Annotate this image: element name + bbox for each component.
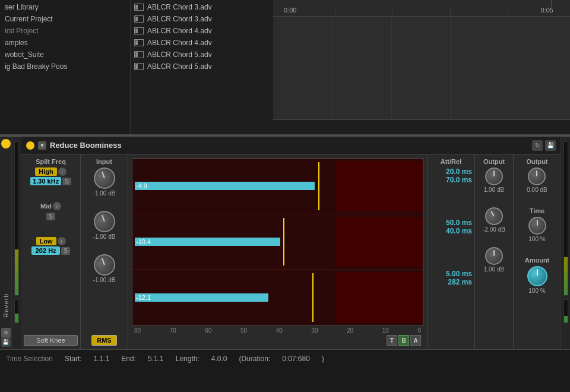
low-solo-button[interactable]: S bbox=[61, 247, 70, 255]
right-vu-meter-2 bbox=[563, 299, 568, 323]
high-att-value: 20.0 ms bbox=[430, 167, 472, 176]
mode-a-button[interactable]: A bbox=[410, 335, 421, 346]
sidebar-item-wobot-suite[interactable]: wobot_Suite bbox=[0, 49, 130, 61]
att-rel-label: Att/Rel bbox=[430, 158, 472, 165]
scale-30: 30 bbox=[311, 327, 318, 334]
split-freq-label: Split Freq bbox=[36, 158, 66, 165]
time-value: 100 % bbox=[528, 236, 545, 242]
comp-band-high: -4.9 bbox=[132, 159, 423, 214]
plugin-header: ▼ Reduce Boominess ↻ 💾 bbox=[21, 137, 560, 154]
amount-knob[interactable] bbox=[527, 266, 547, 286]
plugin-expand-button[interactable]: ▼ bbox=[38, 141, 46, 150]
mid-rel-value: 40.0 ms bbox=[430, 227, 472, 235]
save-icon[interactable]: 💾 bbox=[1, 337, 11, 347]
main-output-db: 0.00 dB bbox=[527, 186, 547, 193]
file-item[interactable]: ABLCR Chord 4.adv bbox=[131, 37, 273, 49]
sidebar-item-current-project[interactable]: Current Project bbox=[0, 13, 130, 25]
time-label: Time bbox=[530, 207, 544, 214]
time-selection-label: Time Selection bbox=[6, 355, 53, 363]
mid-input-knob[interactable] bbox=[90, 208, 118, 235]
length-label: Length: bbox=[176, 355, 200, 363]
main-output-knob[interactable] bbox=[528, 167, 546, 185]
low-output-knob[interactable] bbox=[485, 247, 503, 265]
left-vu-meter-1 bbox=[14, 141, 19, 296]
low-info-button[interactable]: i bbox=[58, 237, 66, 245]
plugin-save-button[interactable]: 💾 bbox=[545, 140, 556, 151]
file-icon bbox=[134, 63, 144, 70]
file-icon bbox=[134, 39, 144, 46]
time-knob[interactable] bbox=[528, 217, 546, 235]
compressor-display: -4.9 -10.4 -12.1 bbox=[132, 158, 423, 326]
mode-t-button[interactable]: T bbox=[387, 335, 397, 346]
low-rel-value: 282 ms bbox=[430, 278, 472, 286]
scale-50: 50 bbox=[240, 327, 247, 334]
output-label-2: Output bbox=[526, 158, 547, 165]
high-band-label[interactable]: High bbox=[35, 167, 56, 176]
right-vu-meter-1 bbox=[563, 141, 568, 296]
file-item[interactable]: ABLCR Chord 3.adv bbox=[131, 1, 273, 13]
mid-band: Mid i S bbox=[24, 202, 78, 220]
mid-solo-button[interactable]: S bbox=[46, 213, 55, 220]
output-label-1: Output bbox=[483, 158, 505, 165]
mid-output-knob[interactable] bbox=[482, 204, 506, 229]
soft-knee-button[interactable]: Soft Knee bbox=[24, 335, 78, 346]
file-item[interactable]: ABLCR Chord 3.adv bbox=[131, 13, 273, 25]
amount-label: Amount bbox=[525, 257, 550, 264]
high-comp-bar bbox=[135, 182, 315, 190]
mid-comp-bar bbox=[135, 238, 280, 246]
settings-icon[interactable]: ⚙ bbox=[1, 328, 11, 337]
low-input-knob[interactable] bbox=[90, 251, 118, 279]
mid-output-db: -2.00 dB bbox=[483, 226, 505, 233]
file-icon bbox=[134, 51, 144, 58]
low-freq-value[interactable]: 202 Hz bbox=[31, 246, 60, 255]
plugin-activate-button[interactable] bbox=[1, 139, 11, 148]
end-label: End: bbox=[121, 355, 136, 363]
comp-band-low: -12.1 bbox=[132, 270, 423, 325]
file-name: ABLCR Chord 5.adv bbox=[147, 62, 212, 71]
file-item[interactable]: ABLCR Chord 5.adv bbox=[131, 61, 273, 72]
low-marker bbox=[312, 273, 314, 322]
scale-0: 0 bbox=[417, 327, 421, 334]
length-value: 4.0.0 bbox=[211, 355, 227, 363]
att-rel-section: Att/Rel 20.0 ms 70.0 ms 50.0 ms 40.0 ms … bbox=[427, 154, 474, 349]
sidebar-item-big-bad[interactable]: ig Bad Breaky Poos bbox=[0, 61, 130, 72]
sidebar-item-user-library[interactable]: ser Library bbox=[0, 1, 130, 13]
left-vu-meter-2 bbox=[14, 299, 19, 323]
mode-b-button[interactable]: B bbox=[398, 335, 409, 346]
mid-band-label: Mid bbox=[40, 203, 52, 210]
high-info-button[interactable]: i bbox=[58, 167, 66, 176]
file-name: ABLCR Chord 3.adv bbox=[147, 15, 212, 23]
compressor-display-wrapper: -4.9 -10.4 -12.1 bbox=[128, 154, 427, 349]
low-band-label[interactable]: Low bbox=[36, 237, 56, 245]
high-att-rel: 20.0 ms 70.0 ms bbox=[430, 167, 472, 184]
file-item[interactable]: ABLCR Chord 5.adv bbox=[131, 49, 273, 61]
scale-20: 20 bbox=[347, 327, 353, 334]
output-section-2: Output 0.00 dB Time 100 % Amount 100 % bbox=[513, 154, 560, 349]
plugin-power-button[interactable] bbox=[26, 141, 34, 150]
sidebar-item-samples[interactable]: amples bbox=[0, 37, 130, 49]
amount-value: 100 % bbox=[528, 287, 545, 294]
plugin-refresh-button[interactable]: ↻ bbox=[532, 140, 543, 151]
scale-70: 70 bbox=[170, 327, 176, 334]
status-bar: Time Selection Start: 1.1.1 End: 5.1.1 L… bbox=[0, 349, 570, 367]
high-marker bbox=[318, 162, 319, 210]
high-input-knob[interactable] bbox=[90, 165, 118, 192]
mid-comp-value: -10.4 bbox=[136, 238, 151, 245]
input-label: Input bbox=[96, 158, 112, 165]
high-solo-button[interactable]: S bbox=[62, 178, 71, 185]
start-label: Start: bbox=[65, 355, 82, 363]
file-icon bbox=[134, 4, 144, 11]
x-scale: 80 70 60 50 40 30 20 10 0 bbox=[132, 326, 423, 334]
high-output-knob[interactable] bbox=[485, 167, 503, 185]
file-icon bbox=[134, 27, 144, 34]
high-freq-value[interactable]: 1.30 kHz bbox=[30, 177, 61, 185]
file-item[interactable]: ABLCR Chord 4.adv bbox=[131, 25, 273, 37]
mid-info-button[interactable]: i bbox=[53, 202, 61, 210]
rms-button[interactable]: RMS bbox=[91, 335, 116, 346]
low-band: Low i 202 Hz S bbox=[24, 237, 78, 255]
duration-value: 0:07:680 bbox=[282, 355, 310, 363]
reverb-label: Reverb bbox=[2, 287, 10, 323]
scale-10: 10 bbox=[382, 327, 389, 334]
low-output-db: 1.00 dB bbox=[484, 266, 504, 273]
sidebar-item-first-project[interactable]: irst Project bbox=[0, 25, 130, 37]
